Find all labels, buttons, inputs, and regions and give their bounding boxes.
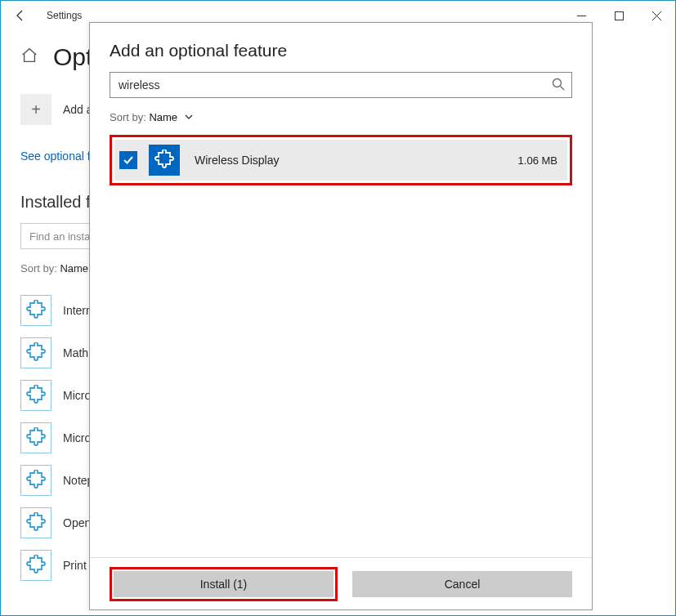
dialog-footer: Install (1) Cancel — [90, 557, 592, 609]
back-button[interactable] — [7, 2, 34, 29]
dialog-title: Add an optional feature — [110, 41, 572, 60]
puzzle-icon — [149, 145, 180, 176]
puzzle-icon — [20, 380, 51, 411]
cancel-button[interactable]: Cancel — [352, 571, 572, 597]
puzzle-icon — [20, 550, 51, 581]
puzzle-icon — [20, 465, 51, 496]
search-input[interactable] — [110, 72, 572, 98]
checkbox-checked[interactable] — [119, 151, 137, 169]
install-button[interactable]: Install (1) — [114, 571, 334, 597]
dialog-sort[interactable]: Sort by: Name — [110, 111, 572, 123]
puzzle-icon — [20, 507, 51, 538]
window-title: Settings — [47, 10, 82, 21]
chevron-down-icon — [184, 113, 194, 121]
close-button[interactable] — [638, 2, 675, 29]
result-size: 1.06 MB — [518, 154, 557, 167]
puzzle-icon — [20, 295, 51, 326]
puzzle-icon — [20, 337, 51, 368]
highlight-callout: Install (1) — [110, 567, 338, 601]
svg-rect-1 — [615, 11, 623, 20]
result-name: Wireless Display — [195, 154, 507, 167]
feature-result-row[interactable]: Wireless Display 1.06 MB — [114, 140, 567, 181]
svg-line-3 — [561, 87, 565, 91]
search-icon[interactable] — [551, 77, 566, 92]
highlight-callout: Wireless Display 1.06 MB — [110, 135, 572, 185]
puzzle-icon — [20, 422, 51, 453]
home-icon[interactable] — [20, 47, 42, 68]
svg-point-2 — [553, 79, 562, 87]
plus-icon: + — [20, 94, 51, 125]
maximize-button[interactable] — [600, 2, 638, 29]
add-feature-dialog: Add an optional feature Sort by: Name — [89, 22, 593, 610]
